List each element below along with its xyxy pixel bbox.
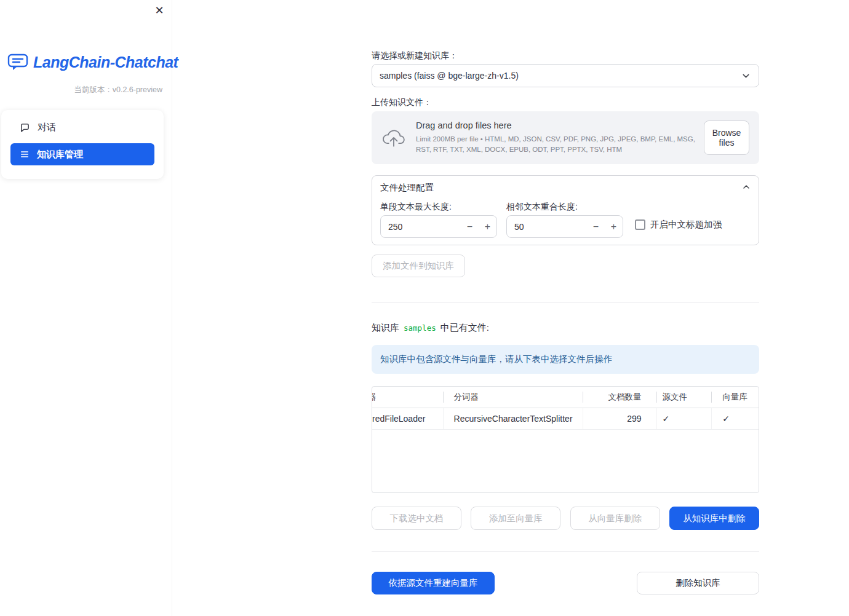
table-header-row: 器 分词器 文档数量 源文件 向量库: [372, 387, 759, 408]
browse-files-button[interactable]: Browse files: [704, 120, 749, 155]
zh-title-checkbox[interactable]: [635, 219, 645, 230]
cell-vector-store-check[interactable]: ✓: [711, 408, 759, 429]
cell-splitter[interactable]: RecursiveCharacterTextSplitter: [443, 408, 583, 429]
rebuild-vector-store-button[interactable]: 依据源文件重建向量库: [372, 572, 495, 594]
sidebar-close-icon[interactable]: ✕: [151, 2, 167, 18]
main-content: 请选择或新建知识库： samples (faiss @ bge-large-zh…: [372, 0, 759, 616]
files-table: 器 分词器 文档数量 源文件 向量库 redFileLoader Recursi…: [372, 386, 759, 493]
dropzone-text: Drag and drop files here Limit 200MB per…: [416, 120, 704, 154]
overlap-size-value: 50: [514, 222, 587, 232]
plus-icon[interactable]: +: [605, 221, 623, 232]
delete-kb-button[interactable]: 删除知识库: [637, 572, 759, 594]
cell-source-file-check[interactable]: ✓: [656, 408, 712, 429]
kb-name-code: samples: [404, 323, 436, 333]
cloud-upload-icon: [381, 128, 406, 148]
kb-files-prefix: 知识库: [372, 322, 399, 334]
logo-text: LangChain-Chatchat: [33, 53, 178, 71]
kb-select[interactable]: samples (faiss @ bge-large-zh-v1.5): [372, 64, 759, 87]
cell-doc-count[interactable]: 299: [583, 408, 656, 429]
table-header-source-file[interactable]: 源文件: [656, 387, 712, 408]
logo-chat-icon: [7, 53, 28, 71]
minus-icon[interactable]: −: [461, 221, 479, 232]
info-alert: 知识库中包含源文件与向量库，请从下表中选择文件后操作: [372, 345, 759, 374]
chunk-size-value: 250: [388, 222, 461, 232]
dropzone-title: Drag and drop files here: [416, 120, 698, 130]
add-to-vector-store-button[interactable]: 添加至向量库: [471, 507, 560, 530]
upload-label: 上传知识文件：: [372, 97, 432, 108]
zh-title-checkbox-row: 开启中文标题加强: [635, 219, 722, 231]
table-row[interactable]: redFileLoader RecursiveCharacterTextSpli…: [372, 408, 759, 430]
app-root: ✕ LangChain-Chatchat 当前版本：v0.2.6-preview: [0, 0, 849, 616]
kb-files-suffix: 中已有文件:: [440, 322, 489, 334]
overlap-size-label: 相邻文本重合长度:: [506, 202, 578, 213]
download-selected-button[interactable]: 下载选中文档: [372, 507, 461, 530]
overlap-size-input[interactable]: 50 − +: [506, 215, 623, 238]
chat-bubble-icon: [20, 122, 30, 133]
app-logo: LangChain-Chatchat: [7, 53, 178, 71]
add-files-button[interactable]: 添加文件到知识库: [372, 255, 465, 277]
version-label: 当前版本：v0.2.6-preview: [74, 85, 162, 95]
table-header-splitter[interactable]: 分词器: [443, 387, 583, 408]
delete-from-vector-store-button[interactable]: 从向量库删除: [570, 507, 660, 530]
plus-icon[interactable]: +: [479, 221, 496, 232]
expander-title[interactable]: 文件处理配置: [380, 182, 434, 194]
file-action-buttons: 下载选中文档 添加至向量库 从向量库删除 从知识库中删除: [372, 507, 759, 530]
minus-icon[interactable]: −: [587, 221, 605, 232]
chevron-up-icon[interactable]: [741, 182, 751, 192]
list-icon: [20, 149, 30, 159]
table-header-loader[interactable]: 器: [372, 387, 443, 408]
cell-loader[interactable]: redFileLoader: [372, 408, 443, 429]
divider: [372, 551, 759, 552]
sidebar: ✕ LangChain-Chatchat 当前版本：v0.2.6-preview: [0, 0, 172, 616]
kb-files-heading: 知识库 samples 中已有文件:: [372, 322, 489, 334]
sidebar-item-knowledge-base[interactable]: 知识库管理: [10, 143, 154, 165]
zh-title-checkbox-label: 开启中文标题加强: [650, 219, 722, 231]
sidebar-menu: 对话 知识库管理: [1, 110, 164, 179]
info-alert-text: 知识库中包含源文件与向量库，请从下表中选择文件后操作: [380, 353, 612, 365]
divider: [372, 302, 759, 302]
sidebar-item-label: 知识库管理: [37, 149, 83, 160]
chunk-size-input[interactable]: 250 − +: [380, 215, 497, 238]
file-config-expander: 文件处理配置 单段文本最大长度: 相邻文本重合长度: 250 − + 50 − …: [372, 175, 759, 245]
file-dropzone[interactable]: Drag and drop files here Limit 200MB per…: [372, 111, 759, 164]
sidebar-item-chat[interactable]: 对话: [10, 115, 154, 140]
table-header-doc-count[interactable]: 文档数量: [583, 387, 656, 408]
table-header-vector-store[interactable]: 向量库: [711, 387, 759, 408]
delete-from-kb-button[interactable]: 从知识库中删除: [669, 507, 759, 530]
dropzone-hint: Limit 200MB per file • HTML, MD, JSON, C…: [416, 134, 698, 154]
kb-select-value: samples (faiss @ bge-large-zh-v1.5): [380, 71, 741, 81]
chunk-size-label: 单段文本最大长度:: [380, 202, 452, 213]
chevron-down-icon: [741, 71, 751, 81]
kb-select-label: 请选择或新建知识库：: [372, 50, 458, 61]
sidebar-item-label: 对话: [38, 122, 56, 133]
